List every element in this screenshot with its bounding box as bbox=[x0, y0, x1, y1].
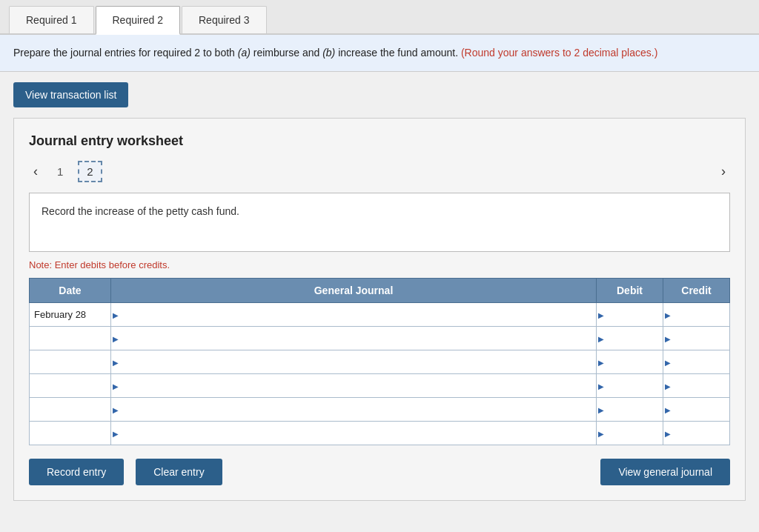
note-text: Note: Enter debits before credits. bbox=[29, 259, 730, 270]
credit-input-0[interactable] bbox=[663, 303, 729, 326]
table-row bbox=[30, 327, 730, 350]
journal-cell-0[interactable] bbox=[111, 303, 597, 327]
col-header-journal: General Journal bbox=[111, 279, 597, 303]
instruction-box: Prepare the journal entries for required… bbox=[0, 35, 759, 72]
journal-cell-3[interactable] bbox=[111, 374, 597, 398]
debit-input-5[interactable] bbox=[597, 422, 663, 445]
credit-cell-4[interactable] bbox=[663, 398, 730, 422]
debit-input-1[interactable] bbox=[597, 327, 663, 350]
debit-input-3[interactable] bbox=[597, 374, 663, 397]
tab-required-1[interactable]: Required 1 bbox=[9, 6, 94, 33]
clear-entry-button[interactable]: Clear entry bbox=[136, 459, 222, 485]
col-header-date: Date bbox=[30, 279, 111, 303]
table-row bbox=[30, 422, 730, 445]
table-row bbox=[30, 374, 730, 398]
journal-input-1[interactable] bbox=[111, 327, 596, 350]
debit-cell-2[interactable] bbox=[597, 350, 663, 374]
credit-input-2[interactable] bbox=[663, 350, 729, 373]
tabs-bar: Required 1 Required 2 Required 3 bbox=[0, 0, 759, 35]
journal-cell-2[interactable] bbox=[111, 350, 597, 374]
credit-cell-1[interactable] bbox=[663, 327, 730, 350]
date-cell-2 bbox=[30, 350, 111, 374]
debit-cell-5[interactable] bbox=[597, 422, 663, 445]
journal-cell-5[interactable] bbox=[111, 422, 597, 445]
journal-cell-1[interactable] bbox=[111, 327, 597, 350]
credit-input-4[interactable] bbox=[663, 398, 729, 421]
debit-input-0[interactable] bbox=[597, 303, 663, 326]
table-row: February 28 bbox=[30, 303, 730, 327]
credit-cell-0[interactable] bbox=[663, 303, 730, 327]
nav-prev-arrow[interactable]: ‹ bbox=[29, 162, 42, 181]
table-row bbox=[30, 398, 730, 422]
table-row bbox=[30, 350, 730, 374]
tab-required-3[interactable]: Required 3 bbox=[182, 6, 267, 33]
nav-page-1[interactable]: 1 bbox=[50, 162, 70, 181]
view-transaction-button[interactable]: View transaction list bbox=[13, 82, 128, 107]
view-general-journal-button[interactable]: View general journal bbox=[600, 459, 730, 485]
credit-input-3[interactable] bbox=[663, 374, 729, 397]
nav-page-2[interactable]: 2 bbox=[78, 161, 102, 182]
journal-input-3[interactable] bbox=[111, 374, 596, 397]
nav-next-arrow[interactable]: › bbox=[717, 162, 730, 181]
debit-cell-1[interactable] bbox=[597, 327, 663, 350]
col-header-debit: Debit bbox=[597, 279, 663, 303]
credit-cell-3[interactable] bbox=[663, 374, 730, 398]
journal-input-0[interactable] bbox=[111, 303, 596, 326]
col-header-credit: Credit bbox=[663, 279, 730, 303]
worksheet-container: Journal entry worksheet ‹ 1 2 › Record t… bbox=[13, 118, 746, 501]
description-box: Record the increase of the petty cash fu… bbox=[29, 193, 730, 252]
credit-input-5[interactable] bbox=[663, 422, 729, 445]
journal-input-4[interactable] bbox=[111, 398, 596, 421]
date-cell-0: February 28 bbox=[30, 303, 111, 327]
journal-input-5[interactable] bbox=[111, 422, 596, 445]
journal-cell-4[interactable] bbox=[111, 398, 597, 422]
tab-required-2[interactable]: Required 2 bbox=[96, 6, 181, 35]
view-transaction-bar: View transaction list bbox=[0, 72, 759, 118]
journal-table: Date General Journal Debit Credit Februa… bbox=[29, 278, 730, 445]
debit-input-2[interactable] bbox=[597, 350, 663, 373]
credit-cell-5[interactable] bbox=[663, 422, 730, 445]
date-cell-1 bbox=[30, 327, 111, 350]
date-cell-5 bbox=[30, 422, 111, 445]
credit-input-1[interactable] bbox=[663, 327, 729, 350]
bottom-buttons: Record entry Clear entry View general jo… bbox=[29, 459, 730, 485]
date-cell-3 bbox=[30, 374, 111, 398]
record-entry-button[interactable]: Record entry bbox=[29, 459, 124, 485]
date-cell-4 bbox=[30, 398, 111, 422]
instruction-highlight: (Round your answers to 2 decimal places.… bbox=[461, 47, 657, 59]
debit-cell-3[interactable] bbox=[597, 374, 663, 398]
worksheet-title: Journal entry worksheet bbox=[29, 133, 730, 149]
nav-row: ‹ 1 2 › bbox=[29, 161, 730, 182]
credit-cell-2[interactable] bbox=[663, 350, 730, 374]
debit-cell-4[interactable] bbox=[597, 398, 663, 422]
debit-input-4[interactable] bbox=[597, 398, 663, 421]
debit-cell-0[interactable] bbox=[597, 303, 663, 327]
journal-input-2[interactable] bbox=[111, 350, 596, 373]
